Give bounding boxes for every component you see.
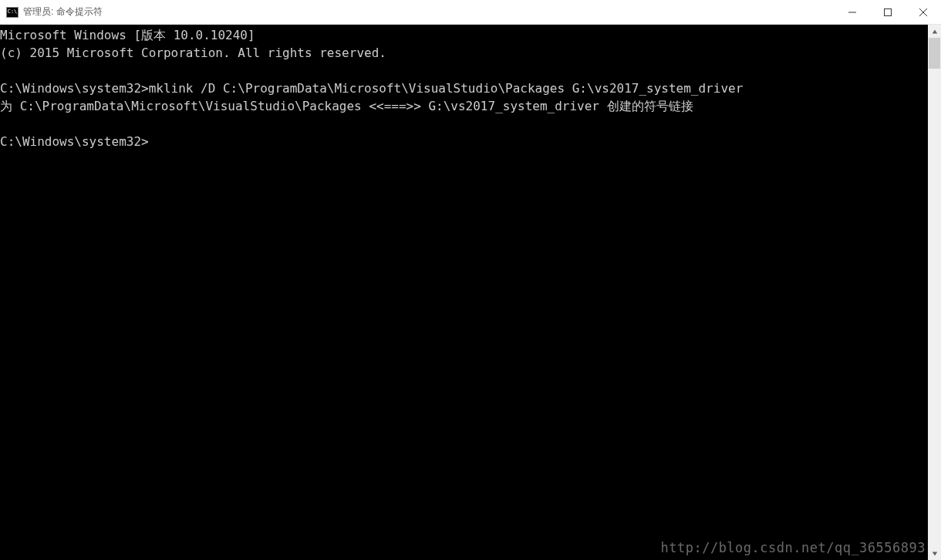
- cmd-icon: C:\: [6, 7, 19, 18]
- scroll-up-button[interactable]: [928, 25, 941, 38]
- client-area: Microsoft Windows [版本 10.0.10240] (c) 20…: [0, 25, 941, 560]
- titlebar: C:\ 管理员: 命令提示符: [0, 0, 941, 25]
- svg-marker-4: [932, 29, 936, 33]
- window-controls: [835, 0, 941, 24]
- scroll-thumb[interactable]: [929, 38, 940, 69]
- window-title: 管理员: 命令提示符: [23, 5, 103, 19]
- svg-marker-5: [932, 552, 936, 555]
- scroll-down-button[interactable]: [928, 547, 941, 560]
- titlebar-left: C:\ 管理员: 命令提示符: [0, 5, 103, 19]
- minimize-button[interactable]: [835, 0, 870, 24]
- close-button[interactable]: [906, 0, 941, 24]
- terminal-output[interactable]: Microsoft Windows [版本 10.0.10240] (c) 20…: [0, 25, 928, 560]
- maximize-button[interactable]: [870, 0, 906, 24]
- svg-rect-1: [885, 8, 892, 15]
- vertical-scrollbar[interactable]: [928, 25, 941, 560]
